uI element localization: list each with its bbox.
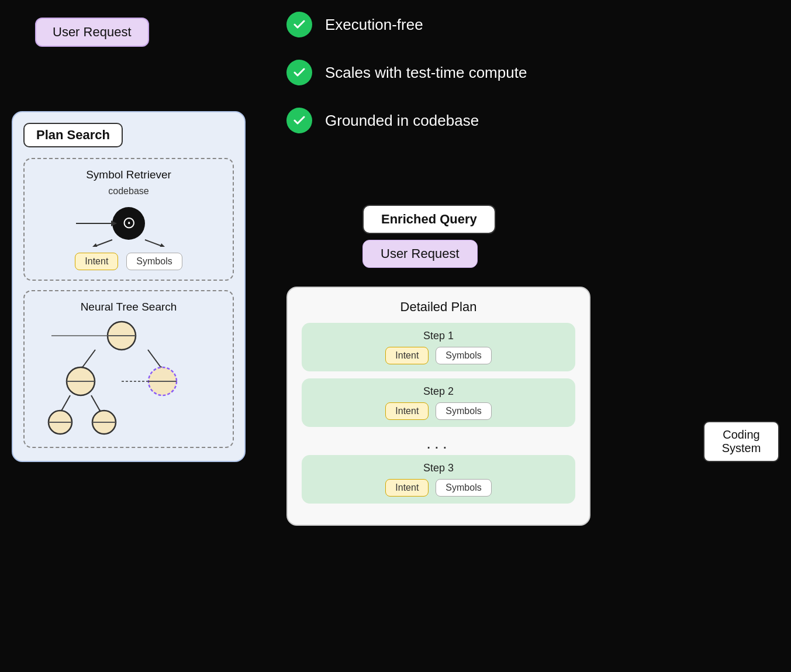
step-2-tags: Intent Symbols: [311, 402, 566, 420]
check-icon-1: [286, 12, 312, 37]
step-1-intent-tag: Intent: [385, 347, 429, 364]
step-1-symbols-tag: Symbols: [436, 347, 491, 364]
user-request-right: User Request: [362, 240, 478, 268]
coding-system: Coding System: [703, 421, 779, 462]
user-request-top: User Request: [35, 18, 149, 47]
check-item-2: Scales with test-time compute: [286, 60, 527, 85]
check-item-3: Grounded in codebase: [286, 108, 527, 133]
check-text-3: Grounded in codebase: [325, 112, 479, 130]
step-2-box: Step 2 Intent Symbols: [302, 378, 575, 427]
detailed-plan-box: Detailed Plan Step 1 Intent Symbols Step…: [286, 287, 590, 526]
dots-separator: ...: [302, 434, 575, 453]
check-item-1: Execution-free: [286, 12, 527, 37]
step-3-tags: Intent Symbols: [311, 479, 566, 497]
step-1-tags: Intent Symbols: [311, 347, 566, 364]
svg-line-12: [81, 350, 95, 370]
step-3-title: Step 3: [311, 462, 566, 474]
neural-tree-box: Neural Tree Search: [23, 290, 234, 448]
detailed-plan-title: Detailed Plan: [302, 299, 575, 315]
checkmarks-area: Execution-free Scales with test-time com…: [286, 12, 527, 133]
symbol-retriever-box: Symbol Retriever codebase ⊙ Intent: [23, 158, 234, 281]
enriched-query: Enriched Query: [362, 205, 496, 234]
step-1-title: Step 1: [311, 330, 566, 342]
step-1-box: Step 1 Intent Symbols: [302, 323, 575, 371]
plan-search-title: Plan Search: [23, 123, 123, 147]
check-text-2: Scales with test-time compute: [325, 64, 527, 82]
check-icon-3: [286, 108, 312, 133]
check-text-1: Execution-free: [325, 16, 423, 34]
plan-search-container: Plan Search Symbol Retriever codebase ⊙: [12, 111, 246, 462]
intent-tag-retriever: Intent: [75, 253, 118, 270]
step-2-intent-tag: Intent: [385, 402, 429, 420]
step-3-symbols-tag: Symbols: [436, 479, 491, 497]
github-diagram-svg: ⊙: [41, 200, 216, 247]
codebase-label: codebase: [34, 186, 223, 197]
step-2-symbols-tag: Symbols: [436, 402, 491, 420]
svg-text:⊙: ⊙: [122, 213, 136, 232]
github-area: ⊙: [34, 200, 223, 247]
neural-tree-title: Neural Tree Search: [34, 301, 223, 313]
check-icon-2: [286, 60, 312, 85]
intent-symbols-row: Intent Symbols: [34, 253, 223, 270]
step-3-box: Step 3 Intent Symbols: [302, 455, 575, 504]
step-2-title: Step 2: [311, 385, 566, 398]
symbols-tag-retriever: Symbols: [126, 253, 182, 270]
svg-line-14: [148, 350, 163, 370]
step-3-intent-tag: Intent: [385, 479, 429, 497]
symbol-retriever-title: Symbol Retriever: [34, 168, 223, 181]
neural-tree-svg: [34, 318, 209, 435]
